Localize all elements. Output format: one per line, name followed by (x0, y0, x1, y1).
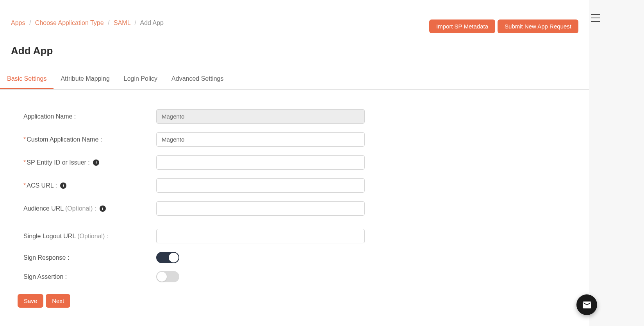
info-icon[interactable]: i (100, 206, 106, 212)
breadcrumb-sep: / (108, 19, 109, 26)
breadcrumb-current: Add App (140, 19, 164, 26)
breadcrumb-sep: / (29, 19, 31, 26)
form-area: Application Name : *Custom Application N… (0, 90, 589, 319)
tab-attribute-mapping[interactable]: Attribute Mapping (54, 68, 116, 89)
tab-login-policy[interactable]: Login Policy (117, 68, 164, 89)
label-slo-url: Single Logout URL (Optional) : (23, 233, 156, 240)
breadcrumb-link-choose-type[interactable]: Choose Application Type (35, 19, 104, 26)
top-button-group: Import SP Metadata Submit New App Reques… (429, 19, 578, 33)
toggle-sign-response[interactable] (156, 252, 179, 263)
breadcrumb-link-saml[interactable]: SAML (114, 19, 130, 26)
submit-new-app-button[interactable]: Submit New App Request (498, 19, 578, 33)
bottom-button-group: Save Next (18, 294, 566, 308)
label-sp-entity: *SP Entity ID or Issuer : i (23, 159, 156, 166)
save-button[interactable]: Save (18, 294, 43, 308)
input-custom-app-name[interactable] (156, 132, 365, 147)
breadcrumb-sep: / (134, 19, 136, 26)
info-icon[interactable]: i (60, 182, 66, 189)
side-panel-bg (589, 0, 644, 326)
tab-basic-settings[interactable]: Basic Settings (0, 68, 54, 89)
label-custom-app-name: *Custom Application Name : (23, 136, 156, 143)
label-sign-response: Sign Response : (23, 254, 156, 261)
input-acs-url[interactable] (156, 178, 365, 193)
menu-icon[interactable] (591, 14, 600, 22)
info-icon[interactable]: i (93, 159, 99, 166)
breadcrumb: Apps / Choose Application Type / SAML / … (11, 19, 164, 27)
label-application-name: Application Name : (23, 113, 156, 120)
label-audience-url: Audience URL (Optional) : i (23, 205, 156, 212)
input-slo-url[interactable] (156, 229, 365, 243)
import-metadata-button[interactable]: Import SP Metadata (429, 19, 495, 33)
next-button[interactable]: Next (46, 294, 70, 308)
label-acs-url: *ACS URL : i (23, 182, 156, 189)
toggle-sign-assertion[interactable] (156, 271, 179, 282)
label-sign-assertion: Sign Assertion : (23, 273, 156, 280)
input-audience-url[interactable] (156, 201, 365, 216)
tabs: Basic Settings Attribute Mapping Login P… (0, 68, 589, 90)
page-title: Add App (11, 45, 578, 57)
mail-icon (582, 300, 592, 310)
breadcrumb-link-apps[interactable]: Apps (11, 19, 25, 26)
chat-icon[interactable] (576, 294, 597, 315)
input-application-name (156, 109, 365, 124)
tab-advanced-settings[interactable]: Advanced Settings (164, 68, 230, 89)
input-sp-entity[interactable] (156, 155, 365, 170)
